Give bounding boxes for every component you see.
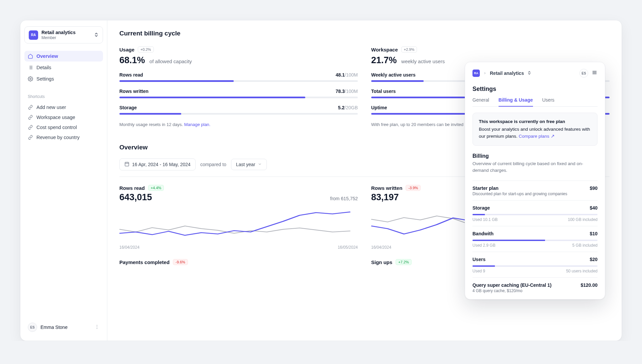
bill-included: 50 users included: [566, 269, 598, 273]
date-range-picker[interactable]: 16 Apr, 2024 - 16 May, 2024: [119, 158, 196, 170]
bill-name: Users: [472, 257, 486, 262]
nav-overview[interactable]: Overview: [24, 51, 103, 62]
manage-plan-link[interactable]: Manage plan.: [184, 122, 211, 127]
more-icon[interactable]: [94, 324, 100, 331]
shortcut-revenue-country[interactable]: Revenue by country: [24, 132, 103, 142]
shortcut-add-user[interactable]: Add new user: [24, 102, 103, 112]
tab-general[interactable]: General: [472, 97, 489, 106]
avatar[interactable]: ES: [579, 69, 588, 78]
external-link-icon: ↗: [551, 134, 555, 139]
svg-point-7: [97, 325, 97, 326]
rows-read-value: 48.1: [336, 72, 345, 78]
nav-details[interactable]: Details: [24, 62, 103, 73]
chart-value: 83,197: [371, 192, 399, 203]
wau-label: Weekly active users: [371, 72, 416, 78]
bill-users: Users $20 Used 9 50 users included: [472, 252, 598, 277]
bill-name: Storage: [472, 205, 490, 211]
link-icon: [28, 135, 33, 140]
storage-total: /20GB: [344, 105, 358, 110]
breadcrumb[interactable]: Retail analytics: [490, 71, 524, 76]
nav-label: Settings: [36, 76, 54, 82]
chart-title: Rows written: [371, 185, 402, 191]
panel-title: Settings: [472, 86, 598, 93]
workspace-name: Retail analytics: [41, 30, 91, 35]
shortcut-workspace-usage[interactable]: Workspace usage: [24, 112, 103, 122]
usage-footnote: Monthly usage resets in 12 days. Manage …: [119, 122, 358, 127]
shortcut-cost-control[interactable]: Cost spend control: [24, 122, 103, 132]
chart-from: from 615,752: [330, 196, 358, 201]
date-range-value: 16 Apr, 2024 - 16 May, 2024: [132, 162, 191, 167]
sidebar: RA Retail analytics Member Overview Deta…: [20, 20, 107, 341]
svg-point-9: [97, 328, 97, 329]
shortcut-label: Revenue by country: [36, 135, 80, 140]
chevron-updown-icon: [94, 32, 99, 38]
billing-title: Billing: [472, 153, 598, 159]
usage-title: Usage: [119, 47, 134, 52]
bill-storage: Storage $40 Used 10.1 GB 100 GB included: [472, 200, 598, 226]
callout-title: This workspace is currently on free plan: [479, 118, 591, 125]
axis-start: 16/04/2024: [371, 245, 391, 250]
chart-delta: -3.9%: [406, 185, 421, 191]
nav-settings[interactable]: Settings: [24, 74, 103, 84]
hamburger-icon[interactable]: [592, 70, 598, 77]
workspace-selector[interactable]: RA Retail analytics Member: [24, 26, 103, 43]
chart-title: Rows read: [119, 185, 145, 191]
bill-included: 100 GB included: [568, 217, 598, 222]
link-icon: [28, 105, 33, 110]
axis-end: 16/05/2024: [338, 245, 358, 250]
shortcut-label: Workspace usage: [36, 115, 75, 120]
billing-subtitle: Overview of current billing cycle based …: [472, 160, 598, 174]
rows-read-label: Rows read: [119, 72, 143, 78]
link-icon: [28, 125, 33, 130]
shortcut-label: Cost spend control: [36, 125, 77, 130]
rows-read-bar: [119, 80, 358, 82]
compare-plans-link[interactable]: Compare plans ↗: [519, 134, 554, 139]
usage-value: 68.1%: [119, 55, 145, 65]
tabs: General Billing & Usage Users: [472, 97, 598, 107]
bill-price: $10: [590, 231, 598, 236]
rows-written-total: /100M: [345, 89, 358, 94]
stat-delta: -9.6%: [173, 259, 188, 265]
compare-dropdown[interactable]: Last year: [231, 159, 267, 170]
bill-bar: [472, 240, 598, 241]
bill-included: 5 GB included: [572, 243, 598, 248]
usage-suffix: of allowed capacity: [149, 58, 192, 64]
bill-used: Used 2.9 GB: [472, 243, 496, 248]
axis-start: 16/04/2024: [119, 245, 139, 250]
svg-point-8: [97, 326, 97, 327]
shortcut-label: Add new user: [36, 105, 66, 110]
chevron-right-icon: [483, 71, 487, 76]
stat-delta: +7.2%: [396, 259, 412, 265]
workspace-badge: RA: [29, 30, 38, 40]
page-title: Current billing cycle: [119, 30, 610, 37]
workspace-value: 21.7%: [371, 55, 397, 65]
bill-price: $20: [590, 257, 598, 262]
bill-price: $90: [590, 186, 598, 191]
nav-label: Overview: [36, 53, 58, 59]
chart-value: 643,015: [119, 192, 152, 203]
rows-read-total: /100M: [345, 72, 358, 78]
total-users-label: Total users: [371, 89, 396, 94]
bill-bar: [472, 265, 598, 267]
bill-query: Query super caching (EU-Central 1) 4 GB …: [472, 277, 598, 297]
bill-bandwidth: Bandwith $10 Used 2.9 GB 5 GB included: [472, 226, 598, 252]
plan-callout: This workspace is currently on free plan…: [472, 113, 598, 146]
stat-title: Payments completed: [119, 259, 170, 265]
payments-stat: Payments completed -9.6%: [119, 259, 358, 265]
compare-value: Last year: [236, 162, 255, 167]
compared-label: compared to: [200, 162, 226, 167]
tab-users[interactable]: Users: [542, 97, 555, 106]
bill-price: $120.00: [580, 282, 598, 288]
storage-bar: [119, 113, 358, 115]
bill-starter: Starter plan Discounted plan for start-u…: [472, 180, 598, 200]
rows-written-bar: [119, 97, 358, 98]
rows-read-chart: Rows read +4.4% 643,015 from 615,752 16/…: [119, 185, 358, 250]
tab-billing[interactable]: Billing & Usage: [499, 97, 533, 107]
workspace-title: Workspace: [371, 47, 398, 52]
user-row[interactable]: ES Emma Stone: [24, 320, 103, 335]
panel-badge: RA: [472, 70, 480, 77]
bill-bar: [472, 214, 598, 215]
svg-point-6: [30, 78, 31, 80]
chevron-updown-icon[interactable]: [527, 71, 531, 76]
calendar-icon: [124, 161, 129, 167]
